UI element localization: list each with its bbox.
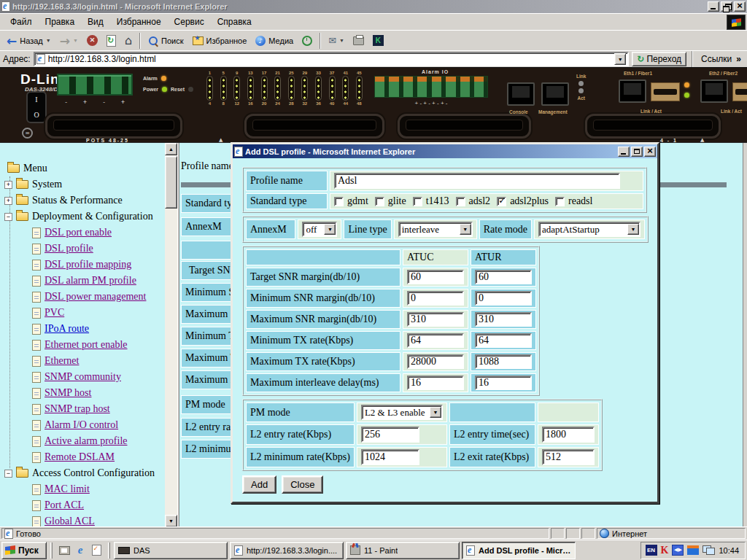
sidebar-link[interactable]: Ethernet (44, 355, 79, 367)
standard-adsl2plus-option[interactable]: adsl2plus (497, 195, 549, 207)
back-dropdown-icon[interactable]: ▼ (46, 38, 51, 43)
target-snr-atuc-input[interactable] (407, 270, 464, 284)
standard-gdmt-option[interactable]: gdmt (334, 195, 368, 207)
adsl2-checkbox[interactable] (456, 197, 465, 206)
sidebar-link[interactable]: DSL profile (44, 243, 93, 254)
annexm-select[interactable]: off (302, 222, 337, 237)
app-tray-icon[interactable] (687, 545, 699, 555)
sidebar-link[interactable]: Alarm I/O control (44, 419, 118, 431)
sidebar-item-mac-limit[interactable]: MAC limit (0, 481, 165, 497)
close-button[interactable] (734, 1, 746, 12)
rate-mode-select[interactable]: adaptAtStartup (538, 222, 640, 237)
favorites-button[interactable]: Избранное (189, 32, 251, 50)
history-button[interactable] (298, 32, 316, 50)
taskbar-grip[interactable] (50, 542, 53, 559)
profile-name-input[interactable] (334, 173, 620, 189)
add-button[interactable]: Add (242, 475, 276, 494)
sidebar-item-snmp-host[interactable]: SNMP host (0, 385, 165, 401)
line-type-select[interactable]: interleave (398, 222, 473, 237)
scroll-down-button[interactable] (165, 515, 177, 527)
collapse-icon[interactable] (4, 213, 12, 221)
l2-entry-rate-input[interactable] (361, 427, 419, 443)
edit-app-button[interactable]: K (369, 32, 387, 50)
max-snr-atur-input[interactable] (475, 312, 532, 327)
standard-t1413-option[interactable]: t1413 (413, 195, 449, 207)
l2-exit-rate-input[interactable] (542, 449, 595, 465)
sidebar-item-access-control-configuration[interactable]: Access Control Configuration (0, 465, 165, 481)
notes-shortcut[interactable] (90, 544, 103, 557)
ie-shortcut[interactable]: e (74, 544, 87, 557)
refresh-button[interactable] (103, 32, 120, 50)
sidebar-link[interactable]: Port ACL (44, 499, 84, 511)
sidebar-item-system[interactable]: System (0, 176, 165, 192)
menu-tools[interactable]: Сервис (169, 15, 210, 29)
task-add-dsl-profile[interactable]: Add DSL profile - Micro... (462, 542, 576, 559)
sidebar-link[interactable]: PVC (44, 307, 64, 319)
close-button[interactable]: Close (282, 475, 323, 494)
min-snr-atur-input[interactable] (475, 291, 532, 306)
language-indicator[interactable]: EN (646, 545, 657, 556)
sidebar-item-deployment-configuration[interactable]: Deployment & Configuration (0, 209, 165, 225)
sidebar-item-ethernet-port-enable[interactable]: Ethernet port enable (0, 337, 165, 353)
sidebar-link[interactable]: DSL power management (44, 291, 146, 303)
start-button[interactable]: Пуск (1, 542, 47, 559)
sidebar-item-snmp-community[interactable]: SNMP community (0, 369, 165, 385)
sidebar-item-global-acl[interactable]: Global ACL (0, 513, 165, 527)
target-snr-atur-input[interactable] (475, 270, 532, 284)
max-interleave-atuc-input[interactable] (407, 376, 464, 390)
taskbar-grip[interactable] (108, 542, 110, 559)
sidebar-item-active-alarm-profile[interactable]: Active alarm profile (0, 433, 165, 449)
home-button[interactable]: ⌂ (121, 32, 136, 50)
expand-icon[interactable] (4, 181, 12, 189)
dialog-minimize-button[interactable] (618, 147, 630, 157)
dialog-maximize-button[interactable] (631, 147, 643, 157)
sidebar-link[interactable]: SNMP community (44, 371, 121, 383)
menu-edit[interactable]: Правка (39, 15, 81, 29)
min-snr-atuc-input[interactable] (407, 291, 464, 306)
menu-file[interactable]: Файл (4, 15, 38, 29)
task-das[interactable]: DAS (114, 542, 228, 559)
sidebar-link[interactable]: Remote DSLAM (44, 451, 115, 463)
search-button[interactable]: Поиск (144, 32, 187, 50)
address-input[interactable]: http://192.168.3.3/login.html ▼ (34, 52, 630, 66)
print-button[interactable] (349, 32, 368, 50)
l2-entry-time-input[interactable] (542, 427, 595, 443)
pm-mode-select[interactable]: L2 & L3 enable (361, 405, 443, 420)
sidebar-link[interactable]: MAC limit (44, 483, 90, 495)
go-button[interactable]: ↻ Переход (632, 52, 686, 66)
min-tx-atuc-input[interactable] (407, 333, 464, 348)
max-snr-atuc-input[interactable] (407, 312, 464, 327)
t1413-checkbox[interactable] (413, 197, 422, 206)
collapse-icon[interactable] (4, 470, 12, 478)
sidebar-link[interactable]: DSL port enable (44, 227, 112, 238)
readsl-checkbox[interactable] (555, 197, 565, 206)
scroll-up-button[interactable] (165, 143, 177, 155)
sidebar-link[interactable]: Active alarm profile (44, 435, 128, 447)
network-tray-icon[interactable] (703, 545, 715, 555)
min-tx-atur-input[interactable] (475, 333, 532, 348)
sidebar-item-status-performance[interactable]: Status & Performance (0, 192, 165, 209)
glite-checkbox[interactable] (375, 197, 384, 206)
links-chevron-icon[interactable]: » (736, 54, 741, 64)
minimize-button[interactable] (708, 1, 719, 12)
sidebar-item-pvc[interactable]: PVC (0, 305, 165, 321)
sidebar-item-alarm-io-control[interactable]: Alarm I/O control (0, 417, 165, 433)
max-tx-atur-input[interactable] (475, 354, 532, 369)
stop-button[interactable]: ✕ (83, 32, 101, 50)
chevron-down-icon[interactable] (324, 224, 336, 235)
dialog-close-button[interactable] (644, 147, 656, 157)
mail-dropdown-icon[interactable]: ▼ (339, 38, 344, 43)
sidebar-link[interactable]: IPoA route (44, 323, 89, 335)
chevron-down-icon[interactable] (460, 224, 471, 235)
expand-icon[interactable] (4, 197, 12, 205)
sidebar-item-dsl-profile-mapping[interactable]: DSL profile mapping (0, 257, 165, 273)
max-interleave-atur-input[interactable] (475, 376, 532, 390)
taskbar-clock[interactable]: 10:44 (719, 546, 739, 555)
sidebar-link[interactable]: SNMP host (44, 387, 91, 399)
gdmt-checkbox[interactable] (334, 197, 344, 206)
sidebar-link[interactable]: DSL alarm PM profile (44, 275, 136, 287)
sidebar-item-menu[interactable]: Menu (0, 160, 165, 176)
address-text[interactable]: http://192.168.3.3/login.html (48, 54, 612, 64)
sidebar-item-port-acl[interactable]: Port ACL (0, 497, 165, 513)
forward-button[interactable]: → ▼ (56, 32, 82, 50)
